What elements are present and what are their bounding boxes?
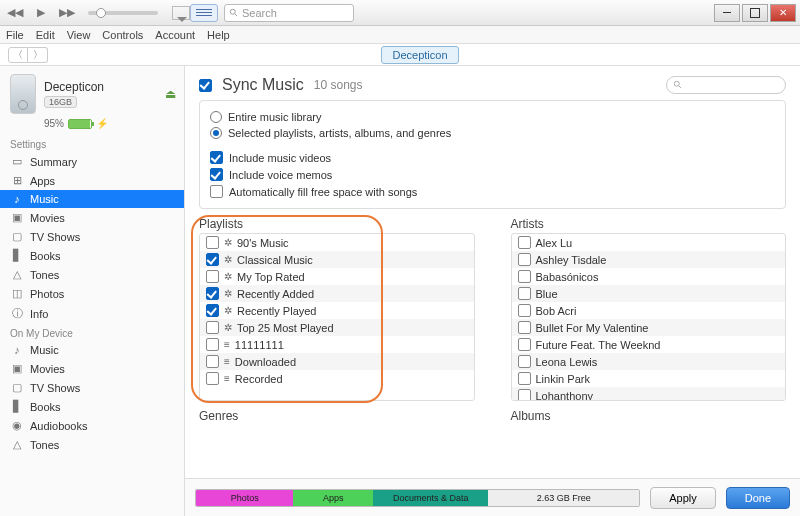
artist-row[interactable]: Bullet For My Valentine xyxy=(512,319,786,336)
smart-playlist-icon: ✲ xyxy=(224,322,232,333)
opt-memos-label: Include voice memos xyxy=(229,169,332,181)
play-button[interactable]: ▶ xyxy=(30,4,52,22)
artist-checkbox[interactable] xyxy=(518,287,531,300)
search-input[interactable]: Search xyxy=(224,4,354,22)
artist-checkbox[interactable] xyxy=(518,321,531,334)
artist-checkbox[interactable] xyxy=(518,236,531,249)
playlist-checkbox[interactable] xyxy=(206,355,219,368)
radio-entire-library[interactable] xyxy=(210,111,222,123)
artist-checkbox[interactable] xyxy=(518,270,531,283)
sidebar-item-music[interactable]: ♪Music xyxy=(0,190,184,208)
playlist-checkbox[interactable] xyxy=(206,287,219,300)
volume-slider[interactable] xyxy=(88,11,158,15)
next-button[interactable]: ▶▶ xyxy=(56,4,78,22)
playlist-row[interactable]: ✲90's Music xyxy=(200,234,474,251)
playlist-checkbox[interactable] xyxy=(206,321,219,334)
device-name: Decepticon xyxy=(44,80,104,94)
playlist-row[interactable]: ≡Recorded xyxy=(200,370,474,387)
minimize-button[interactable] xyxy=(714,4,740,22)
artist-row[interactable]: Ashley Tisdale xyxy=(512,251,786,268)
svg-point-0 xyxy=(230,9,235,14)
sidebar-item-tv-shows[interactable]: ▢TV Shows xyxy=(0,378,184,397)
sidebar-item-summary[interactable]: ▭Summary xyxy=(0,152,184,171)
smart-playlist-icon: ✲ xyxy=(224,271,232,282)
artist-checkbox[interactable] xyxy=(518,338,531,351)
playlists-list[interactable]: ✲90's Music✲Classical Music✲My Top Rated… xyxy=(199,233,475,401)
sidebar-item-tv-shows[interactable]: ▢TV Shows xyxy=(0,227,184,246)
playlist-checkbox[interactable] xyxy=(206,236,219,249)
artist-row[interactable]: Bob Acri xyxy=(512,302,786,319)
sidebar-item-music[interactable]: ♪Music xyxy=(0,341,184,359)
artist-row[interactable]: Alex Lu xyxy=(512,234,786,251)
playlist-row[interactable]: ✲Recently Added xyxy=(200,285,474,302)
playlist-row[interactable]: ≡Downloaded xyxy=(200,353,474,370)
playlist-checkbox[interactable] xyxy=(206,270,219,283)
playlist-name: Recorded xyxy=(235,373,283,385)
chk-voice-memos[interactable] xyxy=(210,168,223,181)
playlist-row[interactable]: ✲Classical Music xyxy=(200,251,474,268)
artist-checkbox[interactable] xyxy=(518,389,531,401)
artist-row[interactable]: Linkin Park xyxy=(512,370,786,387)
back-button[interactable]: 〈 xyxy=(8,47,28,63)
sidebar-item-movies[interactable]: ▣Movies xyxy=(0,208,184,227)
artist-row[interactable]: Babasónicos xyxy=(512,268,786,285)
forward-button[interactable]: 〉 xyxy=(28,47,48,63)
artist-row[interactable]: Leona Lewis xyxy=(512,353,786,370)
done-button[interactable]: Done xyxy=(726,487,790,509)
airplay-icon[interactable] xyxy=(172,6,190,20)
device-summary[interactable]: Decepticon 16GB ⏏ xyxy=(0,66,184,118)
artist-checkbox[interactable] xyxy=(518,253,531,266)
menu-file[interactable]: File xyxy=(6,29,24,41)
close-button[interactable] xyxy=(770,4,796,22)
artist-checkbox[interactable] xyxy=(518,355,531,368)
sidebar-item-tones[interactable]: △Tones xyxy=(0,435,184,454)
playlist-row[interactable]: ✲Top 25 Most Played xyxy=(200,319,474,336)
books-icon: ▋ xyxy=(10,249,24,262)
playback-controls: ◀◀ ▶ ▶▶ xyxy=(4,4,190,22)
genres-header: Genres xyxy=(199,409,475,423)
sync-music-checkbox[interactable] xyxy=(199,79,212,92)
apply-button[interactable]: Apply xyxy=(650,487,716,509)
filter-input[interactable] xyxy=(666,76,786,94)
playlist-row[interactable]: ✲My Top Rated xyxy=(200,268,474,285)
sidebar-item-tones[interactable]: △Tones xyxy=(0,265,184,284)
playlist-checkbox[interactable] xyxy=(206,372,219,385)
sidebar-item-label: Music xyxy=(30,344,59,356)
menu-view[interactable]: View xyxy=(67,29,91,41)
sidebar-item-photos[interactable]: ◫Photos xyxy=(0,284,184,303)
sidebar-item-books[interactable]: ▋Books xyxy=(0,397,184,416)
artist-checkbox[interactable] xyxy=(518,304,531,317)
artist-checkbox[interactable] xyxy=(518,372,531,385)
sidebar-item-movies[interactable]: ▣Movies xyxy=(0,359,184,378)
playlist-checkbox[interactable] xyxy=(206,253,219,266)
movies-icon: ▣ xyxy=(10,362,24,375)
prev-button[interactable]: ◀◀ xyxy=(4,4,26,22)
artist-row[interactable]: Lohanthony xyxy=(512,387,786,401)
menu-controls[interactable]: Controls xyxy=(102,29,143,41)
menu-account[interactable]: Account xyxy=(155,29,195,41)
sidebar-item-books[interactable]: ▋Books xyxy=(0,246,184,265)
playlist-name: My Top Rated xyxy=(237,271,305,283)
playlist-row[interactable]: ≡11111111 xyxy=(200,336,474,353)
playlist-name: 11111111 xyxy=(235,339,284,351)
artist-row[interactable]: Future Feat. The Weeknd xyxy=(512,336,786,353)
list-view-button[interactable] xyxy=(190,4,218,22)
sidebar-item-audiobooks[interactable]: ◉Audiobooks xyxy=(0,416,184,435)
sidebar-item-info[interactable]: ⓘInfo xyxy=(0,303,184,324)
menu-edit[interactable]: Edit xyxy=(36,29,55,41)
eject-icon[interactable]: ⏏ xyxy=(165,87,176,101)
playlist-name: Recently Added xyxy=(237,288,314,300)
artists-list[interactable]: Alex LuAshley TisdaleBabasónicosBlueBob … xyxy=(511,233,787,401)
chk-auto-fill[interactable] xyxy=(210,185,223,198)
playlist-checkbox[interactable] xyxy=(206,304,219,317)
artist-row[interactable]: Blue xyxy=(512,285,786,302)
device-thumb-icon xyxy=(10,74,36,114)
menu-help[interactable]: Help xyxy=(207,29,230,41)
maximize-button[interactable] xyxy=(742,4,768,22)
sidebar-item-apps[interactable]: ⊞Apps xyxy=(0,171,184,190)
breadcrumb[interactable]: Decepticon xyxy=(381,46,458,64)
chk-music-videos[interactable] xyxy=(210,151,223,164)
radio-selected-items[interactable] xyxy=(210,127,222,139)
playlist-checkbox[interactable] xyxy=(206,338,219,351)
playlist-row[interactable]: ✲Recently Played xyxy=(200,302,474,319)
